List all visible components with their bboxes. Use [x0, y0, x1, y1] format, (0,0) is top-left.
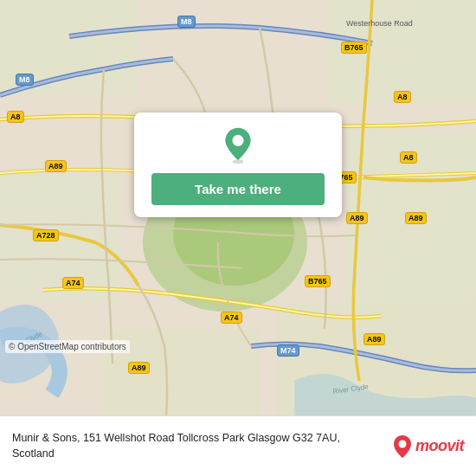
- address-text: Munir & Sons, 151 Wellshot Road Tollcros…: [12, 431, 384, 461]
- map-container: Westerhouse Road River Clyde River Clyde…: [0, 0, 476, 415]
- location-pin-icon: [219, 126, 257, 164]
- info-bar: Munir & Sons, 151 Wellshot Road Tollcros…: [0, 415, 476, 476]
- moovit-label: moovit: [415, 437, 464, 455]
- moovit-logo: moovit: [393, 434, 464, 459]
- road-badge-m8-top: M8: [177, 16, 196, 28]
- road-badge-a89-right: A89: [346, 212, 368, 224]
- road-badge-a89-right2: A89: [405, 212, 427, 224]
- road-badge-m74: M74: [277, 344, 299, 357]
- road-badge-a74-left: A74: [62, 277, 84, 289]
- road-badge-a728: A728: [33, 229, 59, 241]
- road-badge-a74-mid: A74: [221, 312, 242, 324]
- road-badge-a8-right-top: A8: [394, 91, 411, 103]
- moovit-pin-icon: [393, 434, 412, 459]
- road-badge-a89-bot2: A89: [363, 333, 385, 345]
- road-badge-b765-bot: B765: [305, 275, 331, 287]
- svg-point-13: [232, 135, 243, 146]
- take-me-there-button[interactable]: Take me there: [151, 173, 325, 205]
- road-badge-m8-left: M8: [16, 74, 34, 86]
- road-badge-a8-left: A8: [7, 111, 24, 123]
- road-badge-a89-left: A89: [45, 160, 67, 172]
- svg-text:Westerhouse Road: Westerhouse Road: [346, 19, 413, 28]
- road-badge-a8-right-mid: A8: [400, 151, 417, 164]
- svg-point-14: [398, 440, 406, 447]
- road-badge-b765-top: B765: [341, 42, 367, 54]
- map-attribution: © OpenStreetMap contributors: [5, 340, 130, 353]
- road-badge-a89-bot: A89: [128, 362, 150, 374]
- callout-card: Take me there: [134, 113, 342, 217]
